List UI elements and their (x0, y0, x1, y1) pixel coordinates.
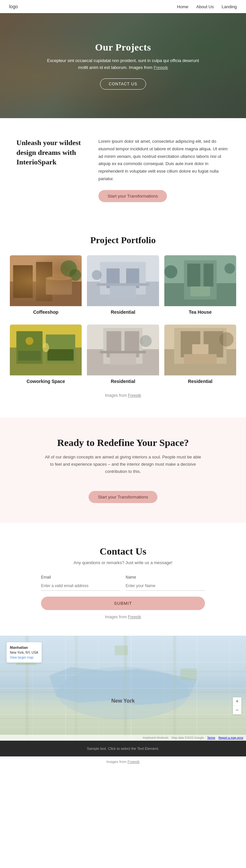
svg-rect-38 (110, 353, 136, 365)
svg-rect-65 (180, 669, 197, 680)
map-data-info: Map data ©2023 Google (172, 736, 204, 739)
svg-point-4 (61, 260, 77, 277)
form-group-name: Name (126, 575, 205, 591)
contact-title: Contact Us (26, 546, 220, 557)
portfolio-img-coffeeshop (10, 255, 82, 306)
portfolio-img-teahouse (164, 255, 236, 306)
email-label: Email (41, 575, 120, 580)
form-group-email: Email (41, 575, 120, 591)
map-pin: Manhattan New York, NY, USA View larger … (6, 642, 42, 663)
map-pin-address: New York, NY, USA (10, 650, 38, 655)
map-bottom-bar: Keyboard shortcuts Map data ©2023 Google… (0, 735, 246, 741)
svg-point-46 (219, 332, 234, 346)
intro-heading: Unleash your wildest design dreams with … (17, 138, 85, 167)
portfolio-item-residential3: Residential (164, 324, 236, 389)
map-zoom-out[interactable]: − (233, 706, 241, 714)
hero-title: Our Projects (44, 42, 202, 53)
portfolio-item-residential1: Residential (87, 255, 159, 319)
form-row: Email Name (41, 575, 205, 591)
svg-rect-29 (18, 350, 41, 360)
map-zoom-controls: + − (233, 698, 241, 714)
hero-cta-button[interactable]: CONTACT US (100, 79, 146, 90)
contact-freepik-link[interactable]: Freepik (128, 615, 141, 619)
svg-point-39 (140, 335, 152, 347)
nav-home[interactable]: Home (177, 4, 189, 9)
svg-point-62 (57, 667, 189, 719)
svg-point-7 (46, 276, 72, 280)
cta-title: Ready to Redefine Your Space? (26, 437, 220, 448)
portfolio-item-teahouse: Tea House (164, 255, 236, 319)
map-city-label: New York (111, 698, 134, 704)
submit-button[interactable]: SUBMIT (41, 597, 205, 610)
svg-rect-2 (13, 265, 33, 298)
svg-rect-1 (10, 281, 82, 306)
svg-point-21 (164, 265, 178, 278)
intro-left: Unleash your wildest design dreams with … (17, 138, 85, 167)
svg-rect-47 (192, 344, 208, 354)
logo: logo (9, 4, 18, 9)
map-keyboard-shortcuts: Keyboard shortcuts (143, 736, 168, 739)
map-terms-link[interactable]: Terms (207, 736, 215, 739)
svg-rect-14 (110, 285, 136, 299)
contact-form: Email Name SUBMIT (41, 575, 205, 610)
intro-body: Lorem ipsum dolor sit amet, consectetur … (98, 138, 229, 183)
map-background: Manhattan New York, NY, USA View larger … (0, 636, 246, 741)
nav-landing[interactable]: Landing (222, 4, 237, 9)
contact-footer: Images from Freepik (26, 610, 220, 626)
cta-button[interactable]: Start your Transformations (89, 491, 157, 503)
footer-freepik-link[interactable]: Freepik (128, 760, 140, 764)
email-input[interactable] (41, 581, 120, 591)
map-zoom-in[interactable]: + (233, 698, 241, 706)
hero-section: Our Projects Excepteur sint occaecat cup… (0, 13, 246, 118)
intro-section: Unleash your wildest design dreams with … (0, 118, 246, 222)
svg-rect-45 (184, 354, 216, 364)
nav-links: Home About Us Landing (177, 4, 237, 9)
portfolio-label-residential3: Residential (164, 375, 236, 389)
portfolio-grid: Coffeeshop Residential (10, 255, 236, 389)
footer: Sample text. Click to select the Text El… (0, 741, 246, 756)
portfolio-item-residential2: Residential (87, 324, 159, 389)
map-report-link[interactable]: Report a map error (218, 736, 243, 739)
portfolio-label-coffeeshop: Coffeeshop (10, 306, 82, 319)
portfolio-img-residential2 (87, 324, 159, 375)
nav-about[interactable]: About Us (196, 4, 214, 9)
portfolio-img-coworking (10, 324, 82, 375)
svg-point-15 (92, 270, 102, 280)
svg-rect-23 (190, 286, 210, 296)
contact-subtitle: Any questions or remarks? Just write us … (26, 560, 220, 565)
svg-rect-6 (46, 278, 72, 295)
portfolio-footer: Images from Freepik (10, 389, 236, 408)
svg-rect-37 (100, 350, 146, 353)
portfolio-freepik-link[interactable]: Freepik (128, 393, 141, 398)
svg-rect-20 (203, 264, 213, 286)
cta-section: Ready to Redefine Your Space? All of our… (0, 417, 246, 523)
intro-cta-button[interactable]: Start your Transformations (98, 190, 167, 202)
map-pin-title: Manhattan (10, 645, 38, 650)
map-larger-link[interactable]: View larger map (10, 656, 33, 659)
portfolio-img-residential3 (164, 324, 236, 375)
footer-images: Images from Freepik (0, 756, 246, 767)
portfolio-item-coffeeshop: Coffeeshop (10, 255, 82, 319)
portfolio-label-coworking: Coworking Space (10, 375, 82, 389)
svg-rect-19 (187, 264, 200, 286)
name-label: Name (126, 575, 205, 580)
portfolio-label-residential2: Residential (87, 375, 159, 389)
hero-description: Excepteur sint occaecat cupidatat non pr… (44, 57, 202, 71)
svg-point-31 (43, 343, 49, 352)
svg-rect-30 (48, 349, 74, 361)
portfolio-section: Project Portfolio Coffeeshop (0, 222, 246, 414)
portfolio-title: Project Portfolio (10, 235, 236, 245)
navbar: logo Home About Us Landing (0, 0, 246, 13)
hero-freepik-link[interactable]: Freepik (154, 65, 168, 70)
name-input[interactable] (126, 581, 205, 591)
cta-description: All of our design concepts are aimed at … (44, 454, 202, 475)
svg-rect-3 (36, 262, 53, 301)
hero-content: Our Projects Excepteur sint occaecat cup… (44, 42, 202, 90)
contact-section: Contact Us Any questions or remarks? Jus… (0, 526, 246, 636)
svg-point-28 (26, 337, 33, 345)
portfolio-label-residential1: Residential (87, 306, 159, 319)
footer-sample-text[interactable]: Sample text. Click to select the Text El… (9, 747, 237, 750)
portfolio-img-residential1 (87, 255, 159, 306)
portfolio-label-teahouse: Tea House (164, 306, 236, 319)
svg-rect-13 (97, 283, 149, 285)
